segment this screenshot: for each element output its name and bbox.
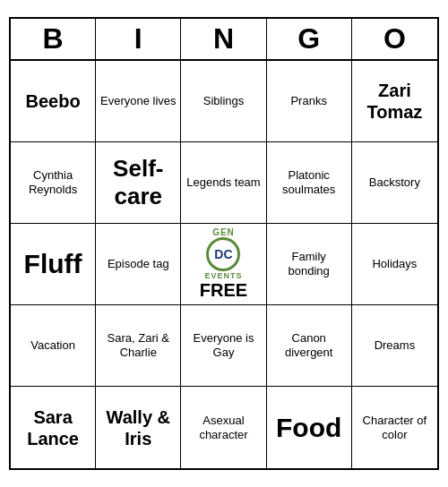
header-i: I: [96, 19, 181, 59]
header-g: G: [267, 19, 352, 59]
cell-14[interactable]: Holidays: [352, 224, 437, 305]
cell-17[interactable]: Everyone is Gay: [181, 305, 266, 387]
cell-15[interactable]: Vacation: [11, 305, 96, 387]
cell-7[interactable]: Legends team: [181, 142, 266, 224]
cell-9[interactable]: Backstory: [352, 142, 437, 224]
bingo-header: B I N G O: [11, 19, 437, 61]
cell-6[interactable]: Self-care: [96, 142, 181, 224]
cell-3[interactable]: Pranks: [267, 61, 352, 142]
dc-logo: DC: [206, 237, 240, 271]
cell-5[interactable]: Cynthia Reynolds: [11, 142, 96, 224]
cell-18[interactable]: Canon divergent: [267, 305, 352, 387]
cell-20[interactable]: Sara Lance: [11, 387, 96, 468]
cell-10[interactable]: Fluff: [11, 224, 96, 305]
free-label: FREE: [200, 280, 247, 301]
cell-13[interactable]: Family bonding: [267, 224, 352, 305]
cell-21[interactable]: Wally & Iris: [96, 387, 181, 468]
header-o: O: [352, 19, 437, 59]
cell-free[interactable]: GEN DC EVENTS FREE: [181, 224, 266, 305]
cell-23[interactable]: Food: [267, 387, 352, 468]
cell-11[interactable]: Episode tag: [96, 224, 181, 305]
cell-16[interactable]: Sara, Zari & Charlie: [96, 305, 181, 387]
cell-0[interactable]: Beebo: [11, 61, 96, 142]
header-n: N: [181, 19, 266, 59]
bingo-card: B I N G O Beebo Everyone lives Siblings …: [9, 17, 439, 470]
cell-8[interactable]: Platonic soulmates: [267, 142, 352, 224]
bingo-grid: Beebo Everyone lives Siblings Pranks Zar…: [11, 61, 437, 468]
cell-22[interactable]: Asexual character: [181, 387, 266, 468]
header-b: B: [11, 19, 96, 59]
cell-24[interactable]: Character of color: [352, 387, 437, 468]
cell-1[interactable]: Everyone lives: [96, 61, 181, 142]
cell-19[interactable]: Dreams: [352, 305, 437, 387]
cell-2[interactable]: Siblings: [181, 61, 266, 142]
dc-badge: GEN DC EVENTS: [204, 227, 242, 280]
cell-4[interactable]: Zari Tomaz: [352, 61, 437, 142]
